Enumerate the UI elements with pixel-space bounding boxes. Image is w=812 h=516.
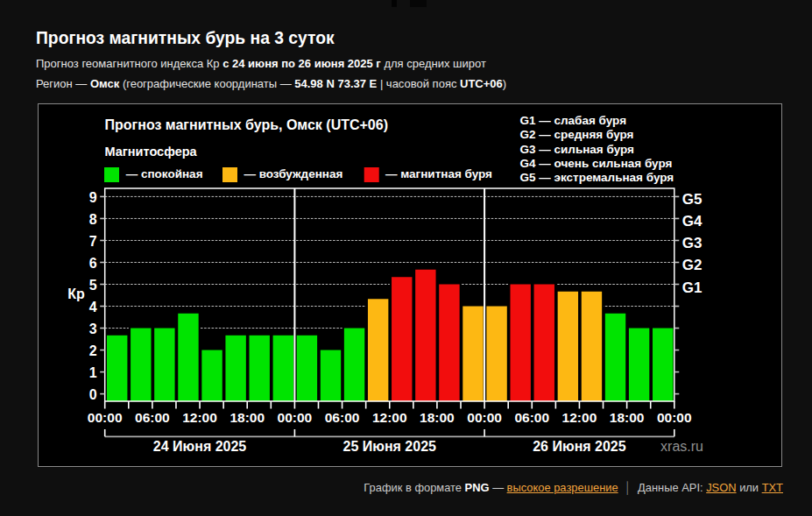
svg-text:G5 — экстремальная буря: G5 — экстремальная буря xyxy=(520,171,674,184)
svg-text:G4: G4 xyxy=(682,213,703,230)
svg-text:25 Июня 2025: 25 Июня 2025 xyxy=(343,439,437,454)
svg-text:18:00: 18:00 xyxy=(420,410,455,425)
svg-text:6: 6 xyxy=(89,256,97,271)
svg-text:Кр: Кр xyxy=(67,286,85,301)
svg-text:xras.ru: xras.ru xyxy=(660,439,703,454)
svg-text:9: 9 xyxy=(89,190,97,205)
svg-text:06:00: 06:00 xyxy=(325,410,360,425)
svg-text:5: 5 xyxy=(89,278,97,293)
svg-text:G1 — слабая буря: G1 — слабая буря xyxy=(520,114,627,127)
svg-text:— магнитная буря: — магнитная буря xyxy=(385,167,492,180)
svg-text:12:00: 12:00 xyxy=(372,410,407,425)
svg-text:4: 4 xyxy=(89,300,97,315)
svg-text:24 Июня 2025: 24 Июня 2025 xyxy=(153,439,247,454)
svg-text:0: 0 xyxy=(89,387,97,402)
svg-text:00:00: 00:00 xyxy=(657,410,692,425)
svg-text:G2 — средняя буря: G2 — средняя буря xyxy=(520,128,634,141)
svg-text:G4 — очень сильная буря: G4 — очень сильная буря xyxy=(520,157,673,170)
svg-text:G5: G5 xyxy=(682,191,703,208)
svg-text:00:00: 00:00 xyxy=(88,410,123,425)
svg-text:— спокойная: — спокойная xyxy=(126,167,203,180)
svg-text:06:00: 06:00 xyxy=(135,410,170,425)
svg-text:7: 7 xyxy=(89,234,97,249)
svg-text:Магнитосфера: Магнитосфера xyxy=(105,145,198,159)
svg-text:G2: G2 xyxy=(682,257,703,273)
svg-text:26 Июня 2025: 26 Июня 2025 xyxy=(533,439,626,454)
svg-text:00:00: 00:00 xyxy=(467,410,502,425)
svg-text:— возбужденная: — возбужденная xyxy=(244,167,342,180)
svg-text:18:00: 18:00 xyxy=(610,410,645,425)
svg-text:1: 1 xyxy=(89,365,97,380)
svg-text:G3 — сильная буря: G3 — сильная буря xyxy=(520,143,634,156)
svg-text:12:00: 12:00 xyxy=(562,410,597,425)
svg-text:06:00: 06:00 xyxy=(514,410,549,425)
svg-text:12:00: 12:00 xyxy=(182,410,217,425)
svg-text:8: 8 xyxy=(89,212,97,227)
svg-text:G3: G3 xyxy=(682,235,703,251)
svg-text:18:00: 18:00 xyxy=(229,410,265,425)
svg-text:Прогноз магнитных бурь, Омск (: Прогноз магнитных бурь, Омск (UTC+06) xyxy=(105,117,389,132)
svg-text:00:00: 00:00 xyxy=(278,410,313,425)
svg-text:2: 2 xyxy=(89,343,97,358)
svg-text:3: 3 xyxy=(89,322,97,336)
svg-text:G1: G1 xyxy=(682,279,703,296)
